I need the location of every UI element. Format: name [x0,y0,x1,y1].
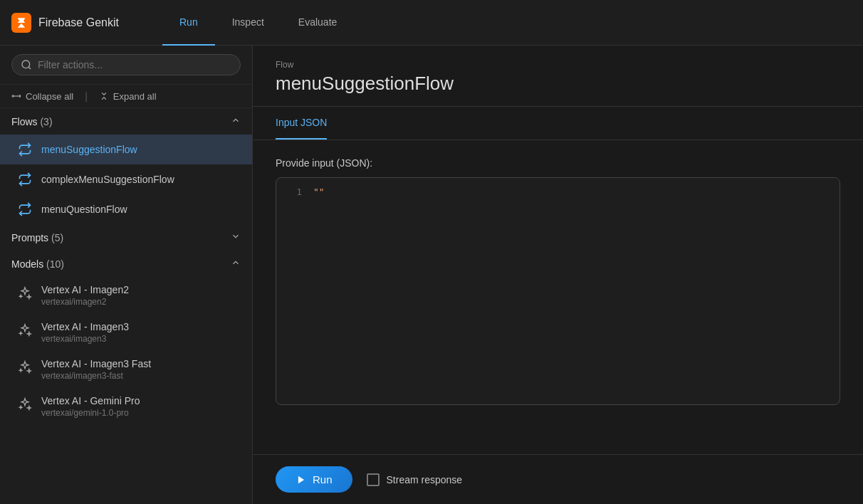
expand-all-button[interactable]: Expand all [99,91,157,102]
bottom-bar: Run Stream response [253,454,863,504]
flows-chevron-icon [231,115,241,127]
sidebar-item-imagen2[interactable]: Vertex AI - Imagen2 vertexai/imagen2 [0,277,252,314]
model-text-imagen3fast: Vertex AI - Imagen3 Fast vertexai/imagen… [41,358,151,381]
model-text-imagen2: Vertex AI - Imagen2 vertexai/imagen2 [41,284,129,307]
firebase-logo-icon [11,13,31,33]
model-icon-imagen3 [17,322,33,338]
tab-inspect[interactable]: Inspect [215,0,281,46]
model-icon-imagen3fast [17,359,33,375]
expand-icon [99,91,109,101]
flows-section-header[interactable]: Flows (3) [0,108,252,135]
stream-response-label: Stream response [387,474,463,485]
sidebar-item-geminipro[interactable]: Vertex AI - Gemini Pro vertexai/gemini-1… [0,388,252,425]
flows-section-title: Flows (3) [11,116,53,127]
json-editor[interactable]: 1 "" [276,177,840,405]
prompts-chevron-icon [231,231,241,243]
flow-icon-menuQuestionFlow [17,201,33,217]
svg-line-1 [28,67,31,69]
divider: | [85,90,88,102]
collapse-expand-row: Collapse all | Expand all [0,85,252,108]
sidebar-item-menuQuestionFlow[interactable]: menuQuestionFlow [0,194,252,224]
sidebar-item-complexMenuSuggestionFlow[interactable]: complexMenuSuggestionFlow [0,164,252,194]
app-name: Firebase Genkit [38,16,119,29]
provide-input-label: Provide input (JSON): [276,157,840,169]
content-header: Flow menuSuggestionFlow [253,46,863,106]
search-container [0,46,252,85]
top-nav: Firebase Genkit Run Inspect Evaluate [0,0,863,46]
flow-label-menuSuggestionFlow: menuSuggestionFlow [41,144,137,155]
flow-label-menuQuestionFlow: menuQuestionFlow [41,204,127,215]
model-text-imagen3: Vertex AI - Imagen3 vertexai/imagen3 [41,321,129,344]
run-play-icon [295,474,307,485]
form-area: Provide input (JSON): 1 "" [253,140,863,454]
prompts-count: (5) [51,232,63,243]
main-layout: Collapse all | Expand all Flows (3) [0,46,863,504]
tab-run[interactable]: Run [162,0,215,46]
flows-count: (3) [40,116,52,127]
models-chevron-icon [231,258,241,270]
models-count: (10) [46,258,64,270]
prompts-section-header[interactable]: Prompts (5) [0,224,252,251]
model-text-geminipro: Vertex AI - Gemini Pro vertexai/gemini-1… [41,395,140,418]
collapse-icon [11,91,21,101]
editor-content[interactable]: "" [313,187,828,396]
model-icon-imagen2 [17,285,33,301]
tab-evaluate[interactable]: Evaluate [281,0,354,46]
prompts-section-title: Prompts (5) [11,232,63,243]
flow-label-complexMenuSuggestionFlow: complexMenuSuggestionFlow [41,174,174,185]
models-section-header[interactable]: Models (10) [0,251,252,277]
line-numbers: 1 [288,187,302,396]
model-icon-geminipro [17,397,33,412]
stream-response-checkbox[interactable] [367,473,380,486]
sidebar-item-imagen3fast[interactable]: Vertex AI - Imagen3 Fast vertexai/imagen… [0,351,252,388]
stream-response-container[interactable]: Stream response [367,473,463,486]
models-section-title: Models (10) [11,258,64,270]
page-title: menuSuggestionFlow [276,73,840,95]
main-content: Flow menuSuggestionFlow Input JSON Provi… [253,46,863,504]
flow-icon-complexMenuSuggestionFlow [17,172,33,187]
nav-tabs: Run Inspect Evaluate [162,0,354,46]
sidebar-item-menuSuggestionFlow[interactable]: menuSuggestionFlow [0,135,252,164]
breadcrumb: Flow [276,60,840,70]
search-input[interactable] [38,59,231,70]
search-icon [21,59,32,70]
svg-marker-3 [298,476,304,483]
sidebar: Collapse all | Expand all Flows (3) [0,46,253,504]
app-logo: Firebase Genkit [11,13,140,33]
svg-point-0 [22,61,30,68]
sidebar-item-imagen3[interactable]: Vertex AI - Imagen3 vertexai/imagen3 [0,314,252,351]
flow-icon-menuSuggestionFlow [17,142,33,157]
tab-input-json[interactable]: Input JSON [276,107,327,140]
content-tabs: Input JSON [253,107,863,140]
run-button[interactable]: Run [276,466,352,493]
collapse-all-button[interactable]: Collapse all [11,91,73,102]
search-wrapper[interactable] [11,54,241,75]
